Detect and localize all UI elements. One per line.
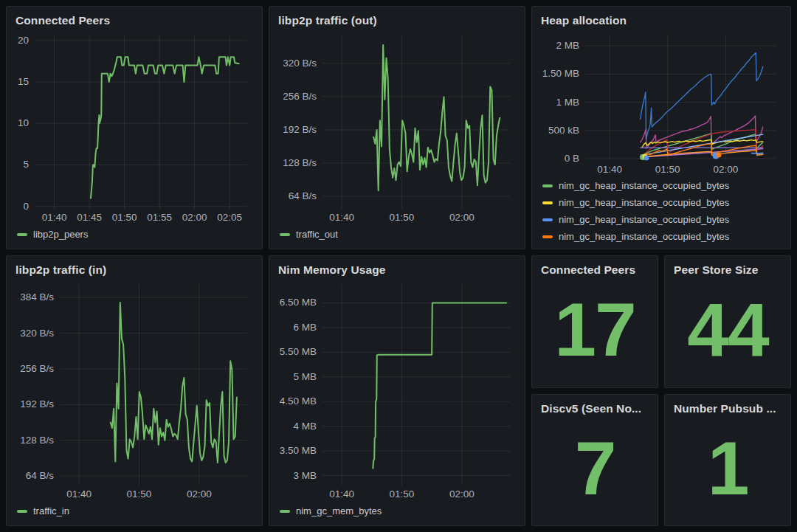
y-tick-label: 6.50 MB bbox=[278, 297, 317, 308]
y-tick-label: 2 MB bbox=[541, 41, 579, 51]
nim-memory-chart: 3 MB3.50 MB4 MB4.50 MB5 MB5.50 MB6 MB6.5… bbox=[278, 280, 516, 502]
legend-item-nim_gc_heap_instance_occupied_bytes[interactable]: nim_gc_heap_instance_occupied_bytes bbox=[542, 214, 729, 226]
plot-area bbox=[35, 35, 247, 209]
plot-area bbox=[322, 284, 510, 486]
panel-title[interactable]: Heap allocation bbox=[541, 11, 782, 30]
y-tick-label: 10 bbox=[15, 118, 29, 128]
panel-peer-store-size-stat: Peer Store Size 44 bbox=[664, 255, 791, 388]
legend-swatch bbox=[280, 233, 290, 236]
y-tick-label: 0 B bbox=[541, 153, 579, 164]
legend-label: traffic_out bbox=[296, 229, 338, 241]
x-tick-label: 01:50 bbox=[390, 213, 415, 223]
series-line-traffic_out bbox=[373, 45, 500, 190]
series-line-heap-violet bbox=[641, 149, 762, 157]
x-tick-label: 01:40 bbox=[329, 489, 354, 500]
y-tick-label: 1 MB bbox=[541, 97, 579, 108]
y-tick-label: 320 B/s bbox=[15, 328, 54, 339]
x-tick-label: 02:00 bbox=[182, 213, 207, 223]
plot-area bbox=[585, 35, 776, 161]
y-tick-label: 192 B/s bbox=[15, 399, 54, 410]
y-tick-label: 6 MB bbox=[278, 322, 317, 333]
legend-swatch bbox=[542, 218, 553, 221]
panel-connected-peers-stat: Connected Peers 17 bbox=[531, 255, 658, 388]
legend-swatch bbox=[280, 510, 290, 513]
stat-value: 44 bbox=[674, 280, 782, 381]
x-tick-label: 02:05 bbox=[217, 213, 242, 223]
x-tick-label: 01:50 bbox=[390, 489, 415, 500]
stat-value: 17 bbox=[541, 280, 649, 381]
x-tick-label: 02:00 bbox=[449, 489, 475, 500]
plot-area bbox=[322, 35, 510, 209]
series-line-traffic_in bbox=[111, 303, 237, 463]
panel-title[interactable]: Peer Store Size bbox=[674, 260, 782, 280]
x-tick-label: 01:40 bbox=[42, 213, 67, 223]
x-tick-label: 02:00 bbox=[713, 165, 738, 175]
traffic-out-chart: 64 B/s128 B/s192 B/s256 B/s320 B/s01:400… bbox=[278, 30, 516, 225]
panel-libp2p-traffic-out: libp2p traffic (out) 64 B/s128 B/s192 B/… bbox=[269, 6, 525, 249]
x-tick-label: 01:45 bbox=[77, 213, 102, 223]
x-tick-label: 01:40 bbox=[66, 489, 92, 500]
y-tick-label: 384 B/s bbox=[15, 292, 54, 303]
legend-swatch bbox=[17, 510, 27, 513]
legend: traffic_in bbox=[15, 502, 253, 519]
traffic-in-chart: 64 B/s128 B/s192 B/s256 B/s320 B/s384 B/… bbox=[15, 280, 253, 502]
y-tick-label: 64 B/s bbox=[15, 471, 54, 481]
panel-title[interactable]: Discv5 (Seen No... bbox=[541, 399, 649, 418]
legend-swatch bbox=[17, 233, 27, 236]
x-tick-label: 01:50 bbox=[655, 165, 680, 175]
legend-item-nim_gc_mem_bytes[interactable]: nim_gc_mem_bytes bbox=[280, 505, 382, 517]
panel-title[interactable]: Number Pubsub ... bbox=[674, 399, 782, 418]
connected-peers-chart: 0510152001:4001:4501:5001:5502:0002:05 bbox=[15, 30, 253, 225]
legend-swatch bbox=[542, 201, 553, 204]
legend-label: libp2p_peers bbox=[33, 229, 88, 241]
x-tick-label: 02:00 bbox=[449, 213, 475, 223]
y-tick-label: 4 MB bbox=[278, 421, 317, 432]
y-tick-label: 192 B/s bbox=[278, 125, 317, 135]
legend-swatch bbox=[542, 184, 553, 187]
y-tick-label: 15 bbox=[15, 77, 29, 87]
y-tick-label: 256 B/s bbox=[278, 91, 317, 102]
y-tick-label: 320 B/s bbox=[278, 58, 317, 69]
legend-item-traffic_out[interactable]: traffic_out bbox=[280, 229, 338, 241]
series-line-libp2p_peers bbox=[91, 57, 239, 198]
legend-item-libp2p_peers[interactable]: libp2p_peers bbox=[17, 229, 88, 241]
y-tick-label: 4.50 MB bbox=[278, 396, 317, 407]
panel-title[interactable]: libp2p traffic (in) bbox=[15, 260, 253, 280]
legend-label: nim_gc_mem_bytes bbox=[296, 505, 382, 517]
y-tick-label: 64 B/s bbox=[278, 191, 317, 201]
y-tick-label: 3 MB bbox=[278, 471, 317, 481]
panel-title[interactable]: Connected Peers bbox=[15, 11, 253, 30]
y-tick-label: 5 MB bbox=[278, 372, 317, 382]
y-tick-label: 3.50 MB bbox=[278, 446, 317, 456]
legend: nim_gc_mem_bytes bbox=[278, 502, 516, 519]
legend-label: nim_gc_heap_instance_occupied_bytes bbox=[559, 180, 729, 192]
y-tick-label: 5 bbox=[15, 159, 29, 170]
panel-libp2p-traffic-in: libp2p traffic (in) 64 B/s128 B/s192 B/s… bbox=[6, 255, 263, 526]
grafana-dashboard: Connected Peers 0510152001:4001:4501:500… bbox=[0, 0, 797, 532]
legend-item-nim_gc_heap_instance_occupied_bytes[interactable]: nim_gc_heap_instance_occupied_bytes bbox=[542, 231, 729, 243]
y-tick-label: 500 kB bbox=[541, 125, 579, 136]
x-tick-label: 02:00 bbox=[187, 489, 212, 500]
legend-item-nim_gc_heap_instance_occupied_bytes[interactable]: nim_gc_heap_instance_occupied_bytes bbox=[542, 180, 729, 192]
panel-discv5-seen-nodes-stat: Discv5 (Seen No... 7 bbox=[531, 394, 658, 526]
y-tick-label: 128 B/s bbox=[278, 158, 317, 168]
y-tick-label: 1.50 MB bbox=[541, 69, 579, 79]
panel-connected-peers-graph: Connected Peers 0510152001:4001:4501:500… bbox=[6, 6, 263, 249]
legend-label: nim_gc_heap_instance_occupied_bytes bbox=[559, 231, 729, 243]
legend: traffic_out bbox=[278, 225, 516, 243]
panel-title[interactable]: Connected Peers bbox=[541, 260, 649, 280]
y-tick-label: 5.50 MB bbox=[278, 347, 317, 357]
legend-item-traffic_in[interactable]: traffic_in bbox=[17, 505, 69, 517]
legend: libp2p_peers bbox=[15, 225, 253, 243]
plot-area bbox=[60, 284, 247, 486]
panel-title[interactable]: Nim Memory Usage bbox=[278, 260, 516, 280]
panel-heap-allocation: Heap allocation 0 B500 kB1 MB1.50 MB2 MB… bbox=[531, 6, 791, 249]
x-tick-label: 01:50 bbox=[112, 213, 137, 223]
x-tick-label: 01:55 bbox=[147, 213, 172, 223]
panel-nim-memory-usage: Nim Memory Usage 3 MB3.50 MB4 MB4.50 MB5… bbox=[269, 255, 525, 526]
y-tick-label: 0 bbox=[15, 201, 29, 212]
legend-label: nim_gc_heap_instance_occupied_bytes bbox=[559, 197, 729, 209]
panel-title[interactable]: libp2p traffic (out) bbox=[278, 11, 516, 30]
legend-item-nim_gc_heap_instance_occupied_bytes[interactable]: nim_gc_heap_instance_occupied_bytes bbox=[542, 197, 729, 209]
x-tick-label: 01:40 bbox=[329, 213, 354, 223]
